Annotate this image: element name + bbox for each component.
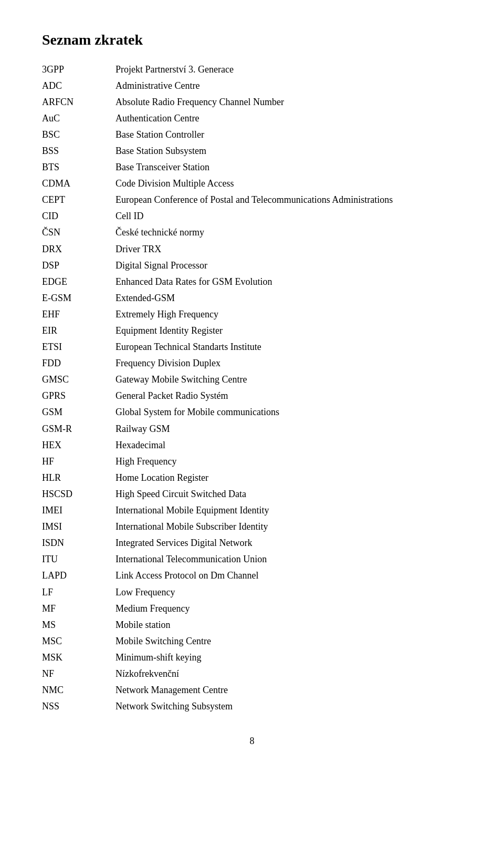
list-item: ARFCNAbsolute Radio Frequency Channel Nu… xyxy=(42,94,462,110)
abbr-code: HLR xyxy=(42,469,110,486)
abbr-code: E-GSM xyxy=(42,290,110,306)
abbr-code: 3GPP xyxy=(42,61,110,77)
abbr-code: LAPD xyxy=(42,568,110,584)
abbr-definition: International Telecommunication Union xyxy=(110,551,462,568)
list-item: IMSIInternational Mobile Subscriber Iden… xyxy=(42,519,462,535)
abbr-definition: Base Station Subsystem xyxy=(110,142,462,159)
abbr-definition: Low Frequency xyxy=(110,584,462,600)
list-item: GMSCGateway Mobile Switching Centre xyxy=(42,372,462,388)
abbr-code: GMSC xyxy=(42,372,110,388)
list-item: MSMobile station xyxy=(42,616,462,633)
abbr-definition: Gateway Mobile Switching Centre xyxy=(110,372,462,388)
abbr-code: IMEI xyxy=(42,502,110,519)
abbr-code: MF xyxy=(42,600,110,616)
list-item: LFLow Frequency xyxy=(42,584,462,600)
abbr-definition: Minimum-shift keying xyxy=(110,649,462,665)
abbr-code: ADC xyxy=(42,77,110,94)
abbr-code: LF xyxy=(42,584,110,600)
list-item: DSPDigital Signal Processor xyxy=(42,257,462,273)
list-item: CIDCell ID xyxy=(42,208,462,224)
list-item: ČSNČeské technické normy xyxy=(42,224,462,241)
abbr-definition: Integrated Services Digital Network xyxy=(110,535,462,551)
list-item: GPRSGeneral Packet Radio Systém xyxy=(42,388,462,404)
abbr-code: GSM xyxy=(42,404,110,420)
abbr-code: IMSI xyxy=(42,519,110,535)
list-item: HEXHexadecimal xyxy=(42,437,462,453)
list-item: BSSBase Station Subsystem xyxy=(42,142,462,159)
abbr-definition: High Speed Circuit Switched Data xyxy=(110,486,462,502)
abbr-code: ITU xyxy=(42,551,110,568)
list-item: CDMACode Division Multiple Access xyxy=(42,176,462,192)
abbr-code: HF xyxy=(42,453,110,469)
abbr-code: MSC xyxy=(42,633,110,649)
abbr-code: GSM-R xyxy=(42,420,110,437)
abbr-definition: Equipment Identity Register xyxy=(110,323,462,339)
abbr-definition: International Mobile Equipment Identity xyxy=(110,502,462,519)
abbr-definition: European Conference of Postal and Teleco… xyxy=(110,192,462,208)
list-item: MFMedium Frequency xyxy=(42,600,462,616)
abbr-code: BTS xyxy=(42,159,110,176)
abbr-definition: Authentication Centre xyxy=(110,110,462,126)
list-item: EIREquipment Identity Register xyxy=(42,323,462,339)
abbr-definition: Extremely High Frequency xyxy=(110,306,462,322)
abbr-code: EHF xyxy=(42,306,110,322)
list-item: HSCSDHigh Speed Circuit Switched Data xyxy=(42,486,462,502)
list-item: IMEIInternational Mobile Equipment Ident… xyxy=(42,502,462,519)
abbr-definition: European Technical Standarts Institute xyxy=(110,339,462,355)
abbr-definition: Base Transceiver Station xyxy=(110,159,462,176)
abbr-definition: Frequency Division Duplex xyxy=(110,355,462,372)
list-item: ISDNIntegrated Services Digital Network xyxy=(42,535,462,551)
abbr-code: CDMA xyxy=(42,176,110,192)
abbr-code: ETSI xyxy=(42,339,110,355)
abbr-definition: Projekt Partnerství 3. Generace xyxy=(110,61,462,77)
list-item: E-GSMExtended-GSM xyxy=(42,290,462,306)
list-item: EDGEEnhanced Data Rates for GSM Evolutio… xyxy=(42,273,462,290)
abbr-code: HSCSD xyxy=(42,486,110,502)
abbr-definition: Network Management Centre xyxy=(110,682,462,698)
abbr-definition: Cell ID xyxy=(110,208,462,224)
abbr-code: NF xyxy=(42,665,110,682)
abbr-definition: Home Location Register xyxy=(110,469,462,486)
abbr-code: BSC xyxy=(42,126,110,142)
abbr-definition: Extended-GSM xyxy=(110,290,462,306)
abbr-definition: Medium Frequency xyxy=(110,600,462,616)
abbr-definition: Link Access Protocol on Dm Channel xyxy=(110,568,462,584)
list-item: ITUInternational Telecommunication Union xyxy=(42,551,462,568)
list-item: AuCAuthentication Centre xyxy=(42,110,462,126)
abbr-code: MS xyxy=(42,616,110,633)
abbr-code: BSS xyxy=(42,142,110,159)
abbr-definition: Network Switching Subsystem xyxy=(110,698,462,715)
abbr-code: ARFCN xyxy=(42,94,110,110)
list-item: CEPTEuropean Conference of Postal and Te… xyxy=(42,192,462,208)
abbr-definition: Nízkofrekvenční xyxy=(110,665,462,682)
abbr-definition: Administrative Centre xyxy=(110,77,462,94)
abbr-code: ČSN xyxy=(42,224,110,241)
list-item: HLRHome Location Register xyxy=(42,469,462,486)
abbr-code: CID xyxy=(42,208,110,224)
list-item: BTSBase Transceiver Station xyxy=(42,159,462,176)
abbr-code: DRX xyxy=(42,241,110,257)
list-item: MSKMinimum-shift keying xyxy=(42,649,462,665)
list-item: EHFExtremely High Frequency xyxy=(42,306,462,322)
abbr-definition: Hexadecimal xyxy=(110,437,462,453)
abbr-definition: General Packet Radio Systém xyxy=(110,388,462,404)
list-item: LAPDLink Access Protocol on Dm Channel xyxy=(42,568,462,584)
abbr-code: DSP xyxy=(42,257,110,273)
abbr-definition: České technické normy xyxy=(110,224,462,241)
abbr-code: FDD xyxy=(42,355,110,372)
abbr-definition: Enhanced Data Rates for GSM Evolution xyxy=(110,273,462,290)
abbr-definition: Code Division Multiple Access xyxy=(110,176,462,192)
list-item: GSMGlobal System for Mobile communicatio… xyxy=(42,404,462,420)
abbr-code: NSS xyxy=(42,698,110,715)
list-item: ETSIEuropean Technical Standarts Institu… xyxy=(42,339,462,355)
list-item: NFNízkofrekvenční xyxy=(42,665,462,682)
abbr-code: ISDN xyxy=(42,535,110,551)
abbr-definition: Mobile station xyxy=(110,616,462,633)
list-item: MSCMobile Switching Centre xyxy=(42,633,462,649)
abbr-code: CEPT xyxy=(42,192,110,208)
page-title: Seznam zkratek xyxy=(42,32,462,48)
abbr-code: AuC xyxy=(42,110,110,126)
list-item: ADCAdministrative Centre xyxy=(42,77,462,94)
abbr-definition: Global System for Mobile communications xyxy=(110,404,462,420)
abbr-definition: High Frequency xyxy=(110,453,462,469)
